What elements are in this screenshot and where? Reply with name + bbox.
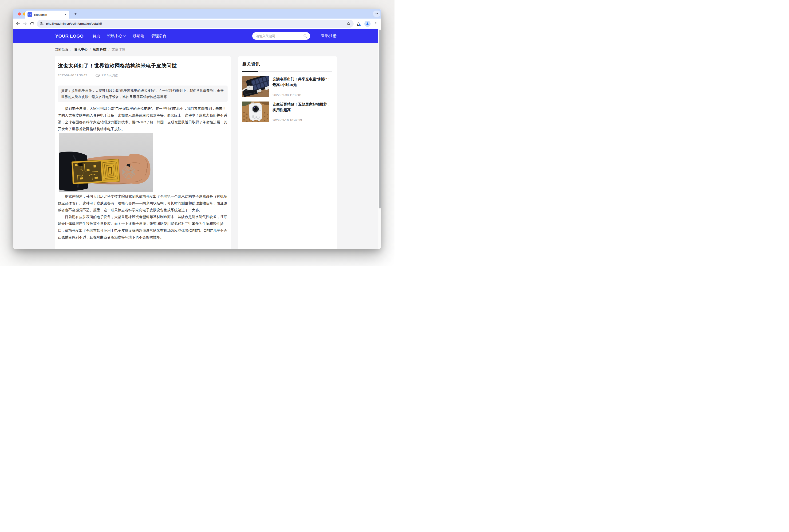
tab-search-chevron-icon[interactable]: [373, 11, 380, 17]
related-item[interactable]: 让生活更精致！五款居家好物推荐，实用性超高 2022-09-16 16:42:3…: [242, 101, 333, 122]
related-item[interactable]: 充满电再出门！共享充电宝“刺客”：最高1小时10元 2022-09-30 11:…: [242, 76, 333, 97]
article-image-electronic-skin-arm: [59, 133, 153, 192]
breadcrumb-link-news-center[interactable]: 资讯中心: [74, 47, 88, 52]
article-views: 7116人浏览: [101, 73, 118, 78]
scrollbar-thumb[interactable]: [379, 30, 381, 208]
browser-tab[interactable]: LA likeadmin ✕: [25, 11, 69, 19]
tab-close-icon[interactable]: ✕: [63, 13, 68, 17]
reload-icon[interactable]: [29, 20, 36, 27]
page-viewport: YOUR LOGO 首页 资讯中心 移动端 管理后台 登录/注册: [13, 29, 381, 249]
breadcrumb-separator: /: [109, 48, 110, 52]
related-item-title[interactable]: 充满电再出门！共享充电宝“刺客”：最高1小时10元: [273, 76, 333, 88]
close-window-button[interactable]: [18, 13, 21, 16]
nav-item-mobile[interactable]: 移动端: [133, 34, 144, 39]
article-paragraph: 提到电子皮肤，大家可别以为是“电子游戏里的虚拟皮肤”。在一些科幻电影中，我们常常…: [58, 105, 228, 132]
forward-icon[interactable]: [21, 20, 29, 27]
related-item-date: 2022-09-16 16:42:39: [273, 118, 333, 122]
chevron-down-icon: [124, 35, 126, 37]
article-paragraph: 目前用在皮肤表面的电子设备，大都采用橡胶或者塑料等基材制造而来，其缺点是透水透气…: [58, 213, 228, 241]
desktop: LA likeadmin ✕ + php.likeadmin.cn/pc/in: [0, 0, 394, 266]
profile-avatar[interactable]: [364, 21, 371, 27]
breadcrumb: 当前位置： 资讯中心 / 智趣科技 / 文章详情: [55, 47, 125, 52]
divider: [58, 81, 228, 81]
breadcrumb-separator: /: [90, 48, 91, 52]
login-register-link[interactable]: 登录/注册: [321, 34, 336, 39]
site-header: YOUR LOGO 首页 资讯中心 移动端 管理后台 登录/注册: [13, 29, 378, 43]
bookmark-star-icon[interactable]: [346, 21, 351, 26]
search-icon[interactable]: [303, 34, 307, 38]
article-meta: 2022-09-30 11:36:42 7116人浏览: [58, 73, 228, 78]
url-text: php.likeadmin.cn/pc/information/detail/5: [46, 22, 346, 25]
nav-item-news-center[interactable]: 资讯中心: [107, 34, 126, 39]
eye-icon: [95, 74, 100, 77]
browser-window: LA likeadmin ✕ + php.likeadmin.cn/pc/in: [13, 9, 381, 249]
search-input[interactable]: [256, 34, 303, 38]
article-card: 这也太科幻了！世界首款网格结构纳米电子皮肤问世 2022-09-30 11:36…: [55, 56, 231, 249]
article-date: 2022-09-30 11:36:42: [58, 74, 87, 77]
page-background: 当前位置： 资讯中心 / 智趣科技 / 文章详情 这也太科幻了！世界首款网格结构…: [13, 43, 378, 249]
new-tab-button[interactable]: +: [72, 11, 79, 17]
address-bar[interactable]: php.likeadmin.cn/pc/information/detail/5: [37, 20, 354, 28]
search-box[interactable]: [252, 32, 310, 40]
browser-menu-kebab-icon[interactable]: [374, 22, 378, 26]
breadcrumb-prefix: 当前位置：: [55, 47, 72, 52]
section-rule: [242, 71, 333, 72]
breadcrumb-current: 文章详情: [112, 47, 125, 52]
back-icon[interactable]: [14, 20, 21, 27]
nav-item-home[interactable]: 首页: [93, 34, 100, 39]
tab-strip: LA likeadmin ✕ +: [13, 9, 381, 19]
site-logo[interactable]: YOUR LOGO: [55, 34, 84, 39]
article-summary: 摘要：提到电子皮肤，大家可别以为是“电子游戏里的虚拟皮肤”。在一些科幻电影中，我…: [58, 86, 228, 102]
breadcrumb-link-category[interactable]: 智趣科技: [93, 47, 107, 52]
article-body: 提到电子皮肤，大家可别以为是“电子游戏里的虚拟皮肤”。在一些科幻电影中，我们常常…: [58, 105, 228, 241]
related-item-date: 2022-09-30 11:32:01: [273, 93, 333, 97]
main-nav: 首页 资讯中心 移动端 管理后台: [93, 34, 166, 39]
browser-toolbar: php.likeadmin.cn/pc/information/detail/5: [13, 19, 381, 29]
experiment-flask-icon[interactable]: [356, 21, 361, 26]
article-paragraph: 据媒体报道，韩国大邱庆北科学技术院研究团队成功开发出了全球第一个纳米结构电子皮肤…: [58, 193, 228, 213]
site-settings-icon[interactable]: [40, 22, 44, 25]
tab-favicon: LA: [27, 12, 32, 17]
tab-title: likeadmin: [34, 13, 63, 16]
article-title: 这也太科幻了！世界首款网格结构纳米电子皮肤问世: [58, 62, 228, 70]
related-item-thumbnail-projector[interactable]: [242, 101, 269, 122]
related-item-thumbnail-powerbank[interactable]: [242, 76, 269, 97]
related-item-title[interactable]: 让生活更精致！五款居家好物推荐，实用性超高: [273, 101, 333, 113]
page-scrollbar: [378, 29, 381, 249]
related-news-card: 相关资讯: [238, 56, 337, 249]
nav-item-admin[interactable]: 管理后台: [151, 34, 166, 39]
related-news-title: 相关资讯: [242, 61, 333, 67]
